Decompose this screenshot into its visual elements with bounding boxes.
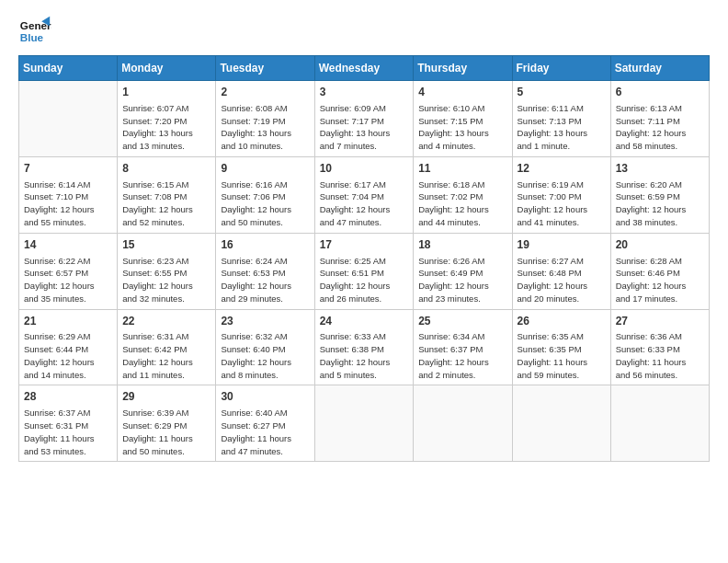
calendar-cell: 14Sunrise: 6:22 AM Sunset: 6:57 PM Dayli…	[19, 233, 118, 309]
day-info: Sunrise: 6:08 AM Sunset: 7:19 PM Dayligh…	[221, 102, 309, 153]
day-number: 24	[320, 314, 409, 329]
calendar-cell: 19Sunrise: 6:27 AM Sunset: 6:48 PM Dayli…	[512, 233, 610, 309]
day-number: 13	[616, 161, 704, 177]
calendar-cell: 2Sunrise: 6:08 AM Sunset: 7:19 PM Daylig…	[216, 81, 314, 157]
day-info: Sunrise: 6:34 AM Sunset: 6:37 PM Dayligh…	[418, 330, 506, 381]
calendar-cell: 27Sunrise: 6:36 AM Sunset: 6:33 PM Dayli…	[610, 309, 709, 385]
calendar-cell: 9Sunrise: 6:16 AM Sunset: 7:06 PM Daylig…	[216, 156, 314, 233]
day-number: 22	[122, 314, 210, 329]
day-info: Sunrise: 6:27 AM Sunset: 6:48 PM Dayligh…	[518, 255, 606, 305]
header-wednesday: Wednesday	[314, 56, 414, 81]
day-info: Sunrise: 6:15 AM Sunset: 7:08 PM Dayligh…	[122, 178, 210, 229]
day-number: 11	[418, 161, 506, 177]
day-number: 2	[221, 85, 309, 100]
calendar-cell: 7Sunrise: 6:14 AM Sunset: 7:10 PM Daylig…	[19, 156, 118, 233]
logo-icon: General Blue	[18, 15, 51, 48]
calendar-cell: 13Sunrise: 6:20 AM Sunset: 6:59 PM Dayli…	[610, 156, 709, 233]
calendar-cell: 11Sunrise: 6:18 AM Sunset: 7:02 PM Dayli…	[414, 156, 512, 233]
day-number: 6	[616, 85, 704, 100]
day-number: 4	[418, 85, 506, 100]
page-header: General Blue	[18, 15, 710, 48]
header-thursday: Thursday	[414, 56, 512, 81]
calendar-week-2: 7Sunrise: 6:14 AM Sunset: 7:10 PM Daylig…	[19, 156, 710, 233]
day-number: 23	[221, 314, 309, 329]
header-friday: Friday	[512, 56, 610, 81]
calendar-cell: 4Sunrise: 6:10 AM Sunset: 7:15 PM Daylig…	[414, 81, 512, 157]
day-info: Sunrise: 6:07 AM Sunset: 7:20 PM Dayligh…	[122, 102, 210, 153]
calendar-cell: 28Sunrise: 6:37 AM Sunset: 6:31 PM Dayli…	[19, 385, 118, 462]
calendar-week-3: 14Sunrise: 6:22 AM Sunset: 6:57 PM Dayli…	[19, 233, 710, 309]
day-number: 5	[518, 85, 606, 100]
day-info: Sunrise: 6:29 AM Sunset: 6:44 PM Dayligh…	[24, 330, 112, 381]
calendar-cell: 1Sunrise: 6:07 AM Sunset: 7:20 PM Daylig…	[118, 81, 216, 157]
calendar-week-1: 1Sunrise: 6:07 AM Sunset: 7:20 PM Daylig…	[19, 81, 710, 157]
day-info: Sunrise: 6:13 AM Sunset: 7:11 PM Dayligh…	[616, 102, 704, 153]
day-info: Sunrise: 6:18 AM Sunset: 7:02 PM Dayligh…	[418, 178, 506, 229]
calendar-week-5: 28Sunrise: 6:37 AM Sunset: 6:31 PM Dayli…	[19, 385, 710, 462]
calendar-cell: 18Sunrise: 6:26 AM Sunset: 6:49 PM Dayli…	[414, 233, 512, 309]
calendar-cell: 10Sunrise: 6:17 AM Sunset: 7:04 PM Dayli…	[314, 156, 414, 233]
calendar-cell: 6Sunrise: 6:13 AM Sunset: 7:11 PM Daylig…	[610, 81, 709, 157]
header-tuesday: Tuesday	[216, 56, 314, 81]
calendar-cell: 23Sunrise: 6:32 AM Sunset: 6:40 PM Dayli…	[216, 309, 314, 385]
calendar-table: SundayMondayTuesdayWednesdayThursdayFrid…	[18, 55, 710, 462]
day-info: Sunrise: 6:36 AM Sunset: 6:33 PM Dayligh…	[616, 330, 704, 381]
calendar-cell	[512, 385, 610, 462]
svg-text:Blue: Blue	[20, 31, 44, 43]
day-info: Sunrise: 6:24 AM Sunset: 6:53 PM Dayligh…	[221, 255, 309, 305]
calendar-cell	[19, 81, 118, 157]
day-info: Sunrise: 6:40 AM Sunset: 6:27 PM Dayligh…	[221, 407, 309, 457]
day-number: 8	[122, 161, 210, 177]
day-info: Sunrise: 6:23 AM Sunset: 6:55 PM Dayligh…	[122, 255, 210, 305]
calendar-cell: 20Sunrise: 6:28 AM Sunset: 6:46 PM Dayli…	[610, 233, 709, 309]
day-number: 15	[122, 237, 210, 253]
day-number: 1	[122, 85, 210, 100]
calendar-cell: 12Sunrise: 6:19 AM Sunset: 7:00 PM Dayli…	[512, 156, 610, 233]
day-info: Sunrise: 6:28 AM Sunset: 6:46 PM Dayligh…	[616, 255, 704, 305]
day-number: 9	[221, 161, 309, 177]
day-number: 10	[320, 161, 409, 177]
day-info: Sunrise: 6:16 AM Sunset: 7:06 PM Dayligh…	[221, 178, 309, 229]
day-info: Sunrise: 6:31 AM Sunset: 6:42 PM Dayligh…	[122, 330, 210, 381]
day-info: Sunrise: 6:20 AM Sunset: 6:59 PM Dayligh…	[616, 178, 704, 229]
logo: General Blue	[18, 15, 51, 48]
calendar-cell: 30Sunrise: 6:40 AM Sunset: 6:27 PM Dayli…	[216, 385, 314, 462]
calendar-cell: 3Sunrise: 6:09 AM Sunset: 7:17 PM Daylig…	[314, 81, 414, 157]
day-info: Sunrise: 6:14 AM Sunset: 7:10 PM Dayligh…	[24, 178, 112, 229]
calendar-cell: 16Sunrise: 6:24 AM Sunset: 6:53 PM Dayli…	[216, 233, 314, 309]
day-number: 18	[418, 237, 506, 253]
day-info: Sunrise: 6:26 AM Sunset: 6:49 PM Dayligh…	[418, 255, 506, 305]
calendar-cell: 29Sunrise: 6:39 AM Sunset: 6:29 PM Dayli…	[118, 385, 216, 462]
calendar-cell: 17Sunrise: 6:25 AM Sunset: 6:51 PM Dayli…	[314, 233, 414, 309]
day-info: Sunrise: 6:39 AM Sunset: 6:29 PM Dayligh…	[122, 407, 210, 457]
calendar-cell	[610, 385, 709, 462]
day-number: 28	[24, 389, 112, 405]
day-info: Sunrise: 6:09 AM Sunset: 7:17 PM Dayligh…	[320, 102, 409, 153]
day-info: Sunrise: 6:19 AM Sunset: 7:00 PM Dayligh…	[518, 178, 606, 229]
day-info: Sunrise: 6:22 AM Sunset: 6:57 PM Dayligh…	[24, 255, 112, 305]
calendar-header-row: SundayMondayTuesdayWednesdayThursdayFrid…	[19, 56, 710, 81]
day-info: Sunrise: 6:17 AM Sunset: 7:04 PM Dayligh…	[320, 178, 409, 229]
day-info: Sunrise: 6:32 AM Sunset: 6:40 PM Dayligh…	[221, 330, 309, 381]
day-info: Sunrise: 6:10 AM Sunset: 7:15 PM Dayligh…	[418, 102, 506, 153]
day-number: 12	[518, 161, 606, 177]
header-monday: Monday	[118, 56, 216, 81]
day-number: 27	[616, 314, 704, 329]
calendar-cell	[414, 385, 512, 462]
day-info: Sunrise: 6:33 AM Sunset: 6:38 PM Dayligh…	[320, 330, 409, 381]
day-number: 21	[24, 314, 112, 329]
day-info: Sunrise: 6:11 AM Sunset: 7:13 PM Dayligh…	[518, 102, 606, 153]
day-number: 3	[320, 85, 409, 100]
day-number: 25	[418, 314, 506, 329]
calendar-cell: 15Sunrise: 6:23 AM Sunset: 6:55 PM Dayli…	[118, 233, 216, 309]
day-info: Sunrise: 6:35 AM Sunset: 6:35 PM Dayligh…	[518, 330, 606, 381]
day-number: 29	[122, 389, 210, 405]
day-number: 20	[616, 237, 704, 253]
calendar-cell: 24Sunrise: 6:33 AM Sunset: 6:38 PM Dayli…	[314, 309, 414, 385]
header-saturday: Saturday	[610, 56, 709, 81]
calendar-cell: 21Sunrise: 6:29 AM Sunset: 6:44 PM Dayli…	[19, 309, 118, 385]
calendar-cell	[314, 385, 414, 462]
day-number: 17	[320, 237, 409, 253]
day-number: 26	[518, 314, 606, 329]
calendar-cell: 5Sunrise: 6:11 AM Sunset: 7:13 PM Daylig…	[512, 81, 610, 157]
